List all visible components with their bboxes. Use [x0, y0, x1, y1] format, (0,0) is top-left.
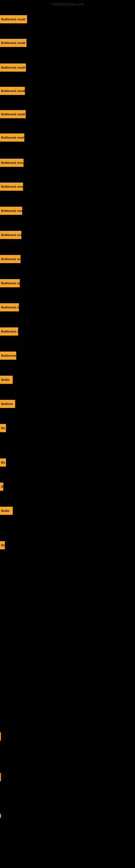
bottleneck-badge: Bo: [0, 458, 6, 467]
bottleneck-badge: Bottleneck result: [0, 133, 24, 142]
bottleneck-badge: Bottle: [0, 507, 13, 515]
bottleneck-badge: Bottleneck result: [0, 110, 26, 118]
bottleneck-badge: Bottle: [0, 376, 13, 384]
bottleneck-badge: Bottleneck resu: [0, 255, 20, 263]
left-indicator-line: [0, 773, 1, 781]
bottleneck-badge: Bottleneck result: [0, 159, 24, 167]
left-indicator-line: [0, 814, 1, 818]
bottleneck-badge: Bottleneck result: [0, 39, 27, 47]
bottleneck-badge: Bottleneck res: [0, 303, 19, 311]
bottleneck-badge: Bottleneck result: [0, 87, 25, 95]
bottleneck-badge: Bottleneck result: [0, 183, 23, 191]
bottleneck-badge: Bo: [0, 424, 6, 432]
bottleneck-badge: Bottleneck res: [0, 279, 20, 287]
bottleneck-badge: Bottleneck result: [0, 15, 27, 23]
bottleneck-badge: B: [0, 483, 3, 491]
bottleneck-badge: Bottleneck result: [0, 63, 26, 72]
bottleneck-badge: Bottleneck resu: [0, 231, 21, 239]
bottleneck-badge: Bottleneck re: [0, 328, 18, 336]
bottleneck-badge: Bottlene: [0, 400, 15, 408]
bottleneck-badge: Bottleneck: [0, 351, 16, 360]
site-title: TheBottlenecker.com: [0, 2, 135, 6]
bottleneck-badge: Bo: [0, 541, 5, 549]
bottleneck-badge: Bottleneck result: [0, 207, 22, 215]
left-indicator-line: [0, 733, 1, 741]
